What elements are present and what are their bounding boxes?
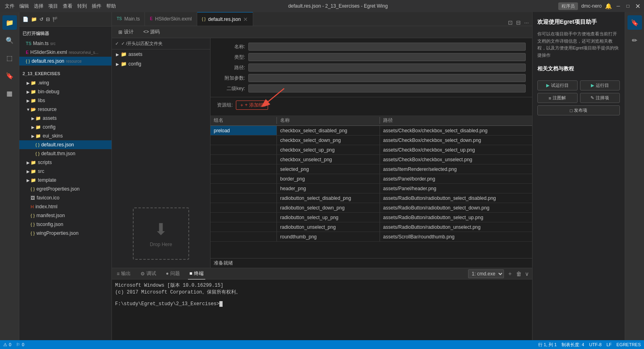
tree-template[interactable]: ▶ 📁 template [19, 176, 111, 185]
tree-eui-skins[interactable]: ▶ 📁 eui_skins [19, 131, 111, 140]
titlebar-left: 文件 编辑 选择 项目 查看 转到 插件 帮助 [3, 3, 118, 10]
tree-resource[interactable]: ▼ 📂 resource [19, 105, 111, 114]
source-mode-btn[interactable]: <> 源码 [140, 28, 163, 36]
tree-wing[interactable]: ▶ 📁 .wing [19, 78, 111, 87]
prop-subkey-input[interactable] [248, 84, 526, 92]
clean-project-btn[interactable]: □ 发布项 [537, 105, 620, 115]
tree-tsconfig[interactable]: { } tsconfig.json [19, 220, 111, 229]
bookmark-right-icon[interactable]: 🔖 [627, 15, 642, 30]
prop-path-input[interactable] [248, 64, 526, 72]
tab-hsliderskin[interactable]: E HSliderSkin.exml [145, 12, 197, 26]
add-group-button[interactable]: + + 添加组 [236, 101, 268, 110]
tree-favicon[interactable]: 🖼 favicon.ico [19, 193, 111, 202]
tab-default-res[interactable]: { } default.res.json ✕ [197, 12, 254, 26]
menu-item-select[interactable]: 选择 [32, 3, 45, 10]
filepanel-config[interactable]: ▶ 📁 config [112, 59, 210, 69]
mark-icon[interactable]: 🏴 [52, 16, 58, 22]
prop-name-input[interactable] [248, 43, 526, 51]
bookmark-icon[interactable]: 🔖 [2, 68, 17, 83]
new-folder-icon[interactable]: 📁 [31, 16, 37, 22]
warning-count[interactable]: ⚠ 0 [3, 342, 11, 347]
menu-item-file[interactable]: 文件 [3, 3, 16, 10]
table-row[interactable]: preload checkbox_select_disabled_png ass… [211, 126, 532, 135]
table-row[interactable]: radiobutton_unselect_png assets/RadioBut… [211, 222, 532, 232]
open-file-main-ts[interactable]: TS Main.ts src [19, 39, 111, 48]
tab-main-ts[interactable]: TS Main.ts [112, 12, 145, 26]
tree-config[interactable]: ▶ 📁 config [19, 123, 111, 131]
tree-default-res[interactable]: { } default.res.json [19, 140, 111, 149]
cell-group-7 [211, 193, 277, 203]
build-project-btn[interactable]: ≡ 注图解 [537, 93, 578, 103]
cell-path-3: assets/CheckBox/checkbox_unselect.png [380, 155, 532, 164]
menu-item-edit[interactable]: 编辑 [18, 3, 31, 10]
terminal-expand-btn[interactable]: ∨ [525, 271, 529, 277]
table-row[interactable]: roundthumb_png assets/ScrollBar/roundthu… [211, 232, 532, 242]
table-row[interactable]: selected_png assets/ItemRenderer/selecte… [211, 164, 532, 174]
table-row[interactable]: header_png assets/Panel/header.png [211, 184, 532, 193]
bottom-tab-problems[interactable]: ● 问题 [164, 268, 182, 279]
run-project-btn[interactable]: ▶ 运行目 [580, 80, 620, 90]
menu-item-goto[interactable]: 转到 [76, 3, 89, 10]
table-row[interactable]: radiobutton_select_down_png assets/Radio… [211, 203, 532, 213]
tree-assets[interactable]: ▶ 📁 assets [19, 114, 111, 123]
open-file-hsliderskin[interactable]: E HSliderSkin.exml resource\eui_s... [19, 48, 111, 57]
create-project-btn[interactable]: ✎ 注择项 [580, 93, 620, 103]
menu-item-plugins[interactable]: 插件 [90, 3, 103, 10]
terminal-select[interactable]: 1: cmd.exe [468, 269, 504, 278]
tree-template-label: template [38, 177, 56, 183]
search-icon[interactable]: 🔍 [2, 33, 17, 47]
layout-icon[interactable]: ▦ [2, 86, 17, 101]
maximize-btn[interactable]: □ [625, 3, 631, 9]
bottom-tab-debug[interactable]: ⚙ 调试 [139, 268, 158, 279]
minimize-btn[interactable]: ─ [615, 3, 621, 9]
open-file-default-res[interactable]: { } default.res.json resource [19, 57, 111, 66]
design-mode-btn[interactable]: ⊞ 设计 [115, 28, 137, 36]
layout-toggle-icon[interactable]: ⊟ [516, 19, 521, 26]
error-count[interactable]: ⚐ 0 [16, 342, 24, 347]
table-row[interactable]: checkbox_select_down_png assets/CheckBox… [211, 135, 532, 145]
bottom-tab-output[interactable]: ≡ 输出 [115, 268, 132, 279]
menu-item-help[interactable]: 帮助 [105, 3, 118, 10]
tree-default-thm[interactable]: { } default.thm.json [19, 149, 111, 158]
tab-default-res-close[interactable]: ✕ [243, 16, 248, 23]
tree-bin-debug[interactable]: ▶ 📁 bin-debug [19, 87, 111, 96]
terminal-line-2: (c) 2017 Microsoft Corporation。保留所有权利。 [115, 289, 529, 296]
tree-scripts-label: scripts [38, 160, 52, 165]
close-btn[interactable]: ✕ [634, 3, 641, 9]
cell-name-11: roundthumb_png [277, 232, 380, 241]
menu-item-project[interactable]: 项目 [47, 3, 60, 10]
build-icon: ≡ [549, 96, 551, 101]
new-file-icon[interactable]: 📄 [23, 16, 29, 22]
notification-icon[interactable]: 🔔 [605, 3, 612, 9]
collapse-icon[interactable]: ⊟ [46, 16, 50, 22]
tree-manifest[interactable]: { } manifest.json [19, 211, 111, 220]
project-label: 2_13_EXERCISES [19, 69, 111, 78]
split-editor-icon[interactable]: ⊡ [508, 19, 513, 26]
pencil-right-icon[interactable]: ✏ [627, 33, 642, 47]
filepanel-assets[interactable]: ▶ 📁 assets [112, 49, 210, 59]
refresh-icon[interactable]: ↺ [39, 16, 43, 22]
table-row[interactable]: border_png assets/Panel/border.png [211, 174, 532, 184]
terminal-add-btn[interactable]: ＋ [507, 270, 513, 277]
tree-src[interactable]: ▶ 📁 src [19, 167, 111, 176]
prop-extra-input[interactable] [248, 74, 526, 82]
more-actions-icon[interactable]: ··· [524, 19, 529, 26]
tree-index[interactable]: H index.html [19, 202, 111, 211]
extensions-icon[interactable]: ⬚ [2, 51, 17, 65]
prop-type-input[interactable] [248, 53, 526, 61]
test-project-btn[interactable]: ▶ 试运行目 [537, 80, 578, 90]
menu-item-view[interactable]: 查看 [61, 3, 74, 10]
table-row[interactable]: radiobutton_select_up_png assets/RadioBu… [211, 213, 532, 222]
table-row[interactable]: checkbox_unselect_png assets/CheckBox/ch… [211, 155, 532, 164]
terminal-delete-btn[interactable]: 🗑 [516, 271, 522, 277]
tree-scripts[interactable]: ▶ 📁 scripts [19, 158, 111, 167]
table-row[interactable]: checkbox_select_up_png assets/CheckBox/c… [211, 145, 532, 155]
tree-egret-props[interactable]: { } egretProperties.json [19, 185, 111, 193]
tree-wing-props[interactable]: { } wingProperties.json [19, 229, 111, 238]
explorer-icon[interactable]: 📁 [2, 15, 17, 30]
tree-libs[interactable]: ▶ 📁 libs [19, 96, 111, 105]
prop-subkey-label: 二级key: [217, 85, 245, 92]
drop-zone[interactable]: ⬇ Drop Here [133, 207, 189, 260]
bottom-tab-terminal[interactable]: ■ 终端 [188, 268, 205, 279]
table-row[interactable]: radiobutton_select_disabled_png assets/R… [211, 193, 532, 203]
